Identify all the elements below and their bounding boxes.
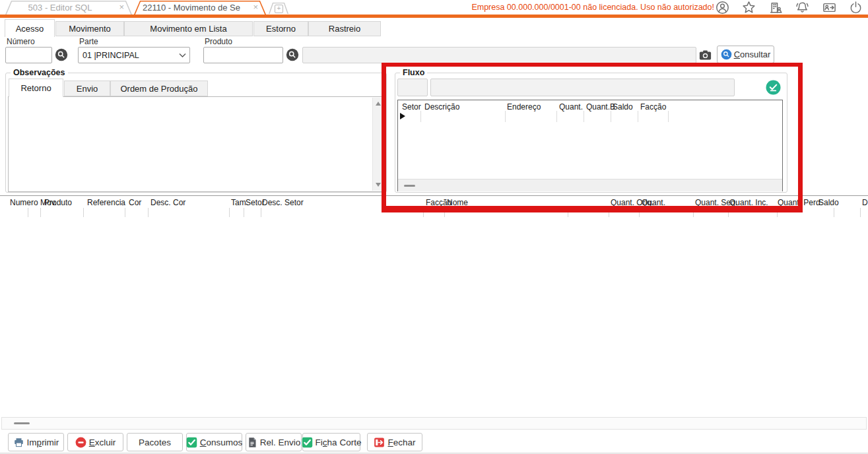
document-icon	[247, 437, 257, 448]
close-icon[interactable]: ×	[253, 2, 258, 12]
fluxo-column-header: Endereço	[507, 102, 541, 112]
search-icon	[721, 49, 732, 60]
column-separator	[229, 208, 230, 217]
consumos-button[interactable]: Consumos	[186, 433, 242, 451]
observacoes-textarea[interactable]	[8, 96, 385, 192]
observacoes-title: Observações	[11, 68, 68, 77]
excluir-button[interactable]: Excluir	[67, 433, 123, 451]
ficha-corte-label: Ficha Corte	[316, 438, 362, 447]
numero-search-icon[interactable]	[55, 48, 68, 61]
grid-horizontal-scrollbar[interactable]	[1, 417, 867, 430]
checkbox-icon	[186, 437, 197, 448]
tab-acesso[interactable]: Acesso	[5, 19, 55, 37]
fluxo-title: Fluxo	[400, 68, 427, 77]
produto-input[interactable]	[203, 47, 283, 63]
consumos-label: Consumos	[200, 438, 243, 447]
obs-tab-ordem-de-produção[interactable]: Ordem de Produção	[110, 81, 208, 96]
exit-icon	[374, 437, 385, 448]
column-separator	[609, 208, 609, 217]
imprimir-button[interactable]: Imprimir	[8, 433, 64, 451]
fluxo-code-field[interactable]	[397, 79, 428, 96]
fechar-button[interactable]: Fechar	[367, 433, 422, 451]
grid-column-header: Quant. Perd.	[778, 198, 822, 207]
grid-column-header: Quant. Inc.	[729, 198, 768, 207]
column-separator	[83, 208, 84, 217]
fluxo-column-header: Quant.	[559, 102, 583, 112]
ficha-corte-button[interactable]: Ficha Corte	[302, 433, 360, 451]
checkbox-icon	[302, 437, 313, 448]
window-tab-label: 22110 - Movimento de Se	[134, 1, 249, 15]
fluxo-description-field[interactable]	[430, 79, 735, 96]
vertical-scrollbar[interactable]	[372, 98, 384, 191]
obs-tab-retorno[interactable]: Retorno	[9, 79, 63, 97]
tab-estorno[interactable]: Estorno	[253, 21, 308, 36]
column-separator	[40, 208, 41, 217]
grid-column-header: Desc. Setor	[262, 198, 304, 207]
company-icon[interactable]	[769, 1, 783, 15]
tab-rastreio[interactable]: Rastreio	[308, 21, 381, 36]
fluxo-column-header: Quant.B	[586, 102, 615, 112]
star-icon[interactable]	[742, 1, 756, 15]
grid-column-header: Nome	[447, 198, 468, 207]
column-separator	[693, 208, 694, 217]
app-window: 503 - Editor SQL×22110 - Movimento de Se…	[0, 0, 868, 454]
notifications-icon[interactable]	[795, 1, 809, 15]
imprimir-label: Imprimir	[27, 438, 59, 447]
switch-user-icon[interactable]	[822, 1, 836, 15]
column-separator	[28, 208, 28, 217]
column-separator	[639, 208, 640, 217]
numero-input[interactable]	[5, 47, 52, 63]
rel-envio-label: Rel. Envio	[260, 438, 301, 447]
camera-icon[interactable]	[698, 48, 712, 62]
fluxo-column-header: Saldo	[613, 102, 633, 112]
parte-select[interactable]: 01 |PRINCIPAL	[78, 47, 190, 63]
consultar-button[interactable]: Consultar	[717, 46, 774, 63]
fluxo-column-header: Setor	[402, 102, 421, 112]
column-separator	[148, 208, 149, 217]
numero-label: Número	[7, 37, 35, 46]
parte-label: Parte	[79, 37, 98, 46]
column-separator	[638, 111, 638, 122]
scroll-up-icon[interactable]	[376, 102, 381, 106]
column-separator	[125, 208, 125, 217]
column-separator	[556, 111, 557, 122]
column-separator	[444, 208, 445, 217]
grid-top-border	[0, 195, 868, 196]
fluxo-column-header: Facção	[640, 102, 666, 112]
window-tab[interactable]: 503 - Editor SQL×	[5, 1, 132, 15]
tab-movimento[interactable]: Movimento	[55, 21, 124, 36]
scroll-thumb[interactable]	[14, 422, 30, 424]
fluxo-horizontal-scrollbar[interactable]	[398, 179, 782, 191]
grid-column-header: Quant.	[642, 198, 665, 207]
power-icon[interactable]	[849, 1, 863, 15]
confirm-button[interactable]	[766, 80, 781, 95]
grid-column-header: Produto	[44, 198, 72, 207]
close-icon[interactable]: ×	[119, 2, 124, 12]
printer-icon	[13, 437, 24, 448]
new-tab-button[interactable]: +	[269, 3, 288, 14]
excluir-label: Excluir	[89, 438, 116, 447]
parte-value: 01 |PRINCIPAL	[83, 51, 139, 60]
tab-movimento-em-lista[interactable]: Movimento em Lista	[124, 21, 253, 36]
pacotes-button[interactable]: Pacotes	[127, 433, 183, 451]
obs-tab-envio[interactable]: Envio	[64, 81, 110, 96]
scroll-thumb[interactable]	[404, 185, 415, 187]
column-separator	[568, 208, 568, 217]
grid-column-header: Referencia	[87, 198, 125, 207]
column-separator	[668, 111, 669, 122]
window-tab-label: 503 - Editor SQL	[5, 1, 115, 15]
window-tab[interactable]: 22110 - Movimento de Se×	[134, 1, 266, 15]
grid-column-header: Cor	[129, 198, 141, 207]
scroll-down-icon[interactable]	[376, 183, 381, 187]
column-separator	[584, 111, 584, 122]
column-separator	[423, 208, 424, 217]
remove-icon	[75, 437, 86, 448]
user-icon[interactable]	[716, 1, 729, 15]
grid-column-header: D	[862, 198, 868, 207]
rel-envio-button[interactable]: Rel. Envio	[246, 433, 302, 451]
produto-search-icon[interactable]	[286, 48, 299, 61]
grid-column-header: Saldo	[818, 198, 839, 207]
title-bar: 503 - Editor SQL×22110 - Movimento de Se…	[0, 0, 868, 15]
column-separator	[261, 208, 261, 217]
row-marker-icon	[400, 113, 405, 119]
